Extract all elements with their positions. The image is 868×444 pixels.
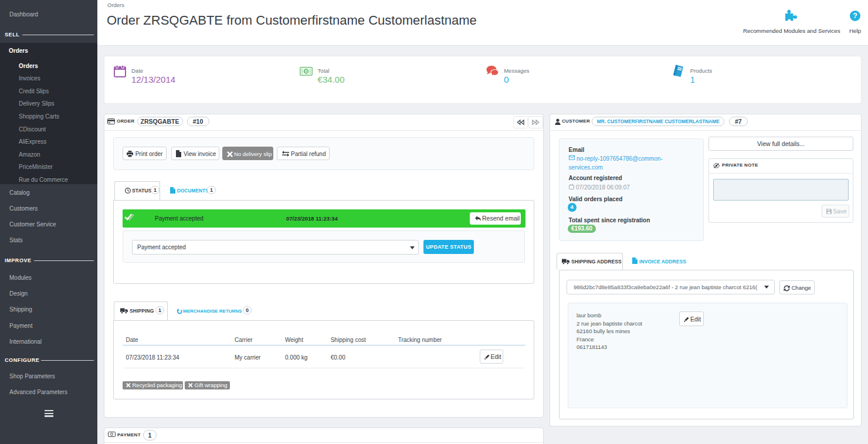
svg-text:?: ? [853,12,857,20]
svg-text:0: 0 [305,69,307,74]
